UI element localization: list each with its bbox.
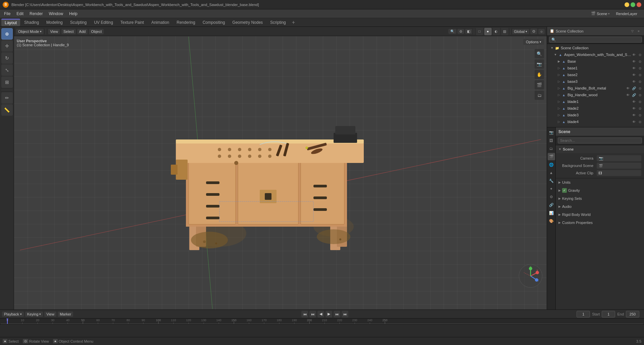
select-btn-base1[interactable]: ⊙ [637,65,643,71]
visibility-btn-aspen[interactable]: 👁 [631,52,637,57]
rotate-tool[interactable]: ↻ [1,52,13,64]
select-btn-base2[interactable]: ⊙ [637,72,643,77]
camera-view-btn[interactable]: 📷 [535,59,544,69]
select-menu[interactable]: Select [61,29,76,34]
select-btn-blade1[interactable]: ⊙ [637,99,643,104]
particles-properties-tab[interactable]: ✦ [548,185,555,192]
object-data-properties-tab[interactable]: 📊 [548,209,555,217]
visibility-btn-bolt[interactable]: 👁 [625,85,631,91]
play-reverse-btn[interactable]: ◀ [317,311,324,318]
select-btn-blade3[interactable]: ⊙ [637,112,643,118]
end-frame-input[interactable]: 250 [626,311,639,318]
cursor-tool[interactable]: ⊕ [1,28,13,40]
output-properties-tab[interactable]: 🖼 [548,137,555,144]
navigation-gizmo[interactable]: X Y Z [517,263,544,289]
viewport-gizmos-btn[interactable]: 🔍 [448,29,456,34]
properties-search-input[interactable] [558,137,642,143]
select-btn-blinding1[interactable]: ⊙ [637,126,643,127]
object-menu[interactable]: Object [89,29,104,34]
viewport-canvas[interactable]: User Perspective (1) Scene Collection | … [14,36,547,309]
select-btn-bolt[interactable]: ⊙ [637,85,643,91]
view-layer-properties-tab[interactable]: 🗂 [548,145,555,152]
tab-scripting[interactable]: Scripting [267,19,289,26]
view-menu-tl[interactable]: View [44,311,56,317]
rotate-status[interactable]: ⊙ Rotate View [23,339,49,343]
audio-section[interactable]: ▶ Audio [556,203,644,211]
jump-to-start-btn[interactable]: ⏮ [301,311,308,318]
annotate-tool[interactable]: ✏ [1,92,13,104]
outliner-filter-btn[interactable]: ▽ [630,28,635,34]
rigid-body-world-section[interactable]: ▶ Rigid Body World [556,211,644,219]
visibility-btn-blade1[interactable]: 👁 [631,99,637,104]
add-workspace-button[interactable]: + [290,19,297,26]
keying-menu[interactable]: Keying ▾ [25,311,43,317]
outliner-big-handle-bolt[interactable]: ▷ ▲ Big_Handle_Bolt_metal 👁 🔗 ⊙ [547,85,644,92]
constraint-btn-wood[interactable]: 🔗 [631,92,637,98]
outliner-blade4[interactable]: ▷ ▲ blade4 👁 ⊙ [547,118,644,125]
next-keyframe-btn[interactable]: ⏭ [334,311,340,318]
material-properties-tab[interactable]: 🎨 [548,217,555,225]
render-btn[interactable]: 🎬 [535,80,544,90]
object-properties-tab[interactable]: ▲ [548,169,555,176]
tab-layout[interactable]: Layout [1,19,20,26]
context-status[interactable]: ● Object Context Menu [53,339,93,343]
tab-rendering[interactable]: Rendering [173,19,198,26]
viewport-overlays-btn[interactable]: ⊙ [457,29,464,34]
outliner-blinding1[interactable]: ▷ ▲ blinding1 👁 ⊙ [547,125,644,127]
visibility-btn-blade4[interactable]: 👁 [631,119,637,124]
select-btn-wood[interactable]: ⊙ [637,92,643,98]
layers-btn[interactable]: 🗂 [535,91,544,100]
select-btn-aspen[interactable]: ⊙ [637,52,643,57]
modifier-properties-tab[interactable]: 🔧 [548,177,555,184]
proportional-btn[interactable]: ○ [538,29,545,34]
render-properties-tab[interactable]: 📷 [548,129,555,136]
select-btn-base3[interactable]: ⊙ [637,79,643,84]
xray-toggle[interactable]: ◧ [465,29,472,34]
measure-tool[interactable]: 📏 [1,104,13,116]
outliner-base[interactable]: ▶ ▲ Base 👁 ⊙ [547,58,644,65]
outliner-search-input[interactable] [549,37,642,43]
outliner-options-btn[interactable]: ≡ [636,28,641,34]
tab-animation[interactable]: Animation [148,19,172,26]
menu-edit[interactable]: Edit [14,11,26,17]
camera-value-field[interactable]: 📷 [597,155,641,161]
start-frame-input[interactable]: 1 [602,311,615,318]
material-preview-btn[interactable]: ◐ [493,28,500,35]
transform-tool[interactable]: ⊞ [1,76,13,88]
visibility-btn-base[interactable]: 👁 [631,59,637,64]
menu-help[interactable]: Help [66,11,80,17]
play-btn[interactable]: ▶ [326,311,332,318]
close-button[interactable] [637,2,641,7]
scale-tool[interactable]: ⤡ [1,64,13,76]
constraints-properties-tab[interactable]: 🔗 [548,201,555,209]
outliner-big-handle-wood[interactable]: ▷ ▲ Big_Handle_wood 👁 🔗 ⊙ [547,92,644,98]
physics-properties-tab[interactable]: ⚙ [548,193,555,200]
units-section[interactable]: ▶ Units [556,178,644,186]
wireframe-btn[interactable]: □ [476,28,483,35]
outliner-base3[interactable]: ▷ ▲ base3 👁 ⊙ [547,78,644,85]
world-properties-tab[interactable]: 🌐 [548,161,555,168]
active-clip-field[interactable]: 🎞 [597,170,641,176]
outliner-scene-collection[interactable]: ▼ 📁 Scene Collection [547,45,644,51]
marker-menu[interactable]: Marker [58,311,73,317]
constraint-btn-bolt[interactable]: 🔗 [631,85,637,91]
select-btn-blade4[interactable]: ⊙ [637,119,643,124]
tab-shading[interactable]: Shading [21,19,42,26]
visibility-btn-base1[interactable]: 👁 [631,65,637,71]
visibility-btn-base2[interactable]: 👁 [631,72,637,77]
rendered-btn[interactable]: ▨ [501,28,508,35]
menu-file[interactable]: File [1,11,13,17]
tab-modeling[interactable]: Modeling [43,19,66,26]
outliner-blade1[interactable]: ▷ ▲ blade1 👁 ⊙ [547,98,644,105]
solid-btn[interactable]: ● [484,28,492,35]
minimize-button[interactable] [625,2,629,7]
visibility-btn-blade3[interactable]: 👁 [631,112,637,118]
move-tool[interactable]: ✛ [1,40,13,52]
render-layer-selector[interactable]: RenderLayer [613,11,640,16]
keying-sets-section[interactable]: ▶ Keying Sets [556,194,644,203]
current-frame-input[interactable]: 1 [577,311,590,318]
scene-selector[interactable]: 🎬 Scene ▾ [589,11,612,16]
menu-window[interactable]: Window [46,11,66,17]
jump-to-end-btn[interactable]: ⏭ [342,311,348,318]
object-mode-selector[interactable]: Object Mode ▾ [16,29,44,34]
